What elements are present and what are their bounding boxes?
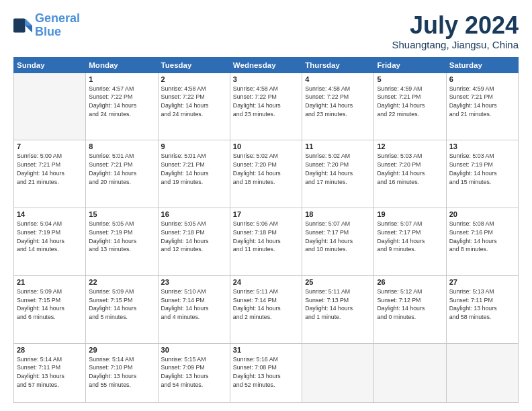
calendar-cell: 17Sunrise: 5:06 AM Sunset: 7:18 PM Dayli… bbox=[230, 208, 302, 276]
week-row-4: 21Sunrise: 5:09 AM Sunset: 7:15 PM Dayli… bbox=[14, 275, 519, 343]
calendar-cell: 25Sunrise: 5:11 AM Sunset: 7:13 PM Dayli… bbox=[302, 275, 374, 343]
calendar-cell: 31Sunrise: 5:16 AM Sunset: 7:08 PM Dayli… bbox=[230, 343, 302, 402]
calendar-cell: 13Sunrise: 5:03 AM Sunset: 7:19 PM Dayli… bbox=[446, 140, 518, 208]
svg-rect-2 bbox=[13, 18, 26, 32]
day-info: Sunrise: 5:05 AM Sunset: 7:19 PM Dayligh… bbox=[89, 220, 154, 254]
calendar-cell: 27Sunrise: 5:13 AM Sunset: 7:11 PM Dayli… bbox=[446, 275, 518, 343]
calendar-cell: 28Sunrise: 5:14 AM Sunset: 7:11 PM Dayli… bbox=[14, 343, 86, 402]
day-number: 23 bbox=[161, 278, 227, 286]
day-info: Sunrise: 5:08 AM Sunset: 7:16 PM Dayligh… bbox=[449, 220, 515, 254]
day-number: 21 bbox=[17, 278, 83, 286]
calendar-cell: 6Sunrise: 4:59 AM Sunset: 7:21 PM Daylig… bbox=[446, 73, 518, 140]
day-info: Sunrise: 5:10 AM Sunset: 7:14 PM Dayligh… bbox=[161, 287, 227, 322]
day-info: Sunrise: 4:59 AM Sunset: 7:21 PM Dayligh… bbox=[449, 85, 515, 119]
calendar-cell: 1Sunrise: 4:57 AM Sunset: 7:22 PM Daylig… bbox=[86, 73, 158, 140]
day-info: Sunrise: 5:16 AM Sunset: 7:08 PM Dayligh… bbox=[233, 355, 299, 390]
day-info: Sunrise: 5:11 AM Sunset: 7:13 PM Dayligh… bbox=[305, 287, 371, 322]
day-number: 15 bbox=[89, 210, 154, 218]
calendar-cell: 2Sunrise: 4:58 AM Sunset: 7:22 PM Daylig… bbox=[158, 73, 230, 140]
day-number: 29 bbox=[89, 346, 154, 354]
day-info: Sunrise: 5:15 AM Sunset: 7:09 PM Dayligh… bbox=[161, 355, 227, 390]
day-info: Sunrise: 5:07 AM Sunset: 7:17 PM Dayligh… bbox=[305, 220, 371, 254]
week-row-2: 7Sunrise: 5:00 AM Sunset: 7:21 PM Daylig… bbox=[14, 140, 519, 208]
day-number: 10 bbox=[233, 142, 299, 150]
day-number: 6 bbox=[449, 75, 515, 83]
day-number: 25 bbox=[305, 278, 371, 286]
day-info: Sunrise: 5:14 AM Sunset: 7:10 PM Dayligh… bbox=[89, 355, 154, 390]
day-number: 1 bbox=[89, 75, 154, 83]
day-info: Sunrise: 5:06 AM Sunset: 7:18 PM Dayligh… bbox=[233, 220, 299, 254]
calendar-cell bbox=[446, 343, 518, 402]
month-title: July 2024 bbox=[392, 12, 519, 39]
calendar-cell: 7Sunrise: 5:00 AM Sunset: 7:21 PM Daylig… bbox=[14, 140, 86, 208]
weekday-sunday: Sunday bbox=[14, 57, 86, 73]
calendar-cell bbox=[14, 73, 86, 140]
calendar-cell: 4Sunrise: 4:58 AM Sunset: 7:22 PM Daylig… bbox=[302, 73, 374, 140]
day-info: Sunrise: 5:11 AM Sunset: 7:14 PM Dayligh… bbox=[233, 287, 299, 322]
calendar-table: SundayMondayTuesdayWednesdayThursdayFrid… bbox=[13, 57, 519, 403]
weekday-friday: Friday bbox=[374, 57, 446, 73]
location: Shuangtang, Jiangsu, China bbox=[392, 39, 519, 50]
day-info: Sunrise: 4:58 AM Sunset: 7:22 PM Dayligh… bbox=[305, 85, 371, 119]
day-number: 11 bbox=[305, 142, 371, 150]
day-number: 8 bbox=[89, 142, 154, 150]
day-number: 28 bbox=[17, 346, 83, 354]
day-info: Sunrise: 5:01 AM Sunset: 7:21 PM Dayligh… bbox=[89, 152, 154, 186]
calendar-cell bbox=[302, 343, 374, 402]
week-row-5: 28Sunrise: 5:14 AM Sunset: 7:11 PM Dayli… bbox=[14, 343, 519, 402]
calendar-cell bbox=[374, 343, 446, 402]
day-number: 18 bbox=[305, 210, 371, 218]
day-number: 7 bbox=[17, 142, 83, 150]
calendar-cell: 8Sunrise: 5:01 AM Sunset: 7:21 PM Daylig… bbox=[86, 140, 158, 208]
day-info: Sunrise: 5:01 AM Sunset: 7:21 PM Dayligh… bbox=[161, 152, 227, 186]
week-row-1: 1Sunrise: 4:57 AM Sunset: 7:22 PM Daylig… bbox=[14, 73, 519, 140]
logo-icon bbox=[13, 16, 32, 35]
calendar-cell: 22Sunrise: 5:09 AM Sunset: 7:15 PM Dayli… bbox=[86, 275, 158, 343]
svg-marker-1 bbox=[26, 26, 33, 33]
title-block: July 2024 Shuangtang, Jiangsu, China bbox=[392, 12, 519, 50]
calendar-cell: 26Sunrise: 5:12 AM Sunset: 7:12 PM Dayli… bbox=[374, 275, 446, 343]
day-info: Sunrise: 4:59 AM Sunset: 7:21 PM Dayligh… bbox=[377, 85, 443, 119]
weekday-wednesday: Wednesday bbox=[230, 57, 302, 73]
day-number: 26 bbox=[377, 278, 443, 286]
header: General Blue July 2024 Shuangtang, Jiang… bbox=[13, 12, 519, 50]
calendar-cell: 12Sunrise: 5:03 AM Sunset: 7:20 PM Dayli… bbox=[374, 140, 446, 208]
day-number: 20 bbox=[449, 210, 515, 218]
day-number: 17 bbox=[233, 210, 299, 218]
day-number: 5 bbox=[377, 75, 443, 83]
calendar-cell: 29Sunrise: 5:14 AM Sunset: 7:10 PM Dayli… bbox=[86, 343, 158, 402]
weekday-header-row: SundayMondayTuesdayWednesdayThursdayFrid… bbox=[14, 57, 519, 73]
day-number: 30 bbox=[161, 346, 227, 354]
day-info: Sunrise: 4:57 AM Sunset: 7:22 PM Dayligh… bbox=[89, 85, 154, 119]
calendar-cell: 14Sunrise: 5:04 AM Sunset: 7:19 PM Dayli… bbox=[14, 208, 86, 276]
weekday-tuesday: Tuesday bbox=[158, 57, 230, 73]
logo: General Blue bbox=[13, 12, 80, 39]
week-row-3: 14Sunrise: 5:04 AM Sunset: 7:19 PM Dayli… bbox=[14, 208, 519, 276]
calendar-cell: 3Sunrise: 4:58 AM Sunset: 7:22 PM Daylig… bbox=[230, 73, 302, 140]
calendar-cell: 9Sunrise: 5:01 AM Sunset: 7:21 PM Daylig… bbox=[158, 140, 230, 208]
calendar-cell: 20Sunrise: 5:08 AM Sunset: 7:16 PM Dayli… bbox=[446, 208, 518, 276]
day-info: Sunrise: 5:09 AM Sunset: 7:15 PM Dayligh… bbox=[17, 287, 83, 322]
day-info: Sunrise: 5:03 AM Sunset: 7:19 PM Dayligh… bbox=[449, 152, 515, 186]
calendar-cell: 24Sunrise: 5:11 AM Sunset: 7:14 PM Dayli… bbox=[230, 275, 302, 343]
weekday-thursday: Thursday bbox=[302, 57, 374, 73]
calendar-cell: 11Sunrise: 5:02 AM Sunset: 7:20 PM Dayli… bbox=[302, 140, 374, 208]
logo-text: General Blue bbox=[35, 12, 80, 39]
day-number: 9 bbox=[161, 142, 227, 150]
day-number: 16 bbox=[161, 210, 227, 218]
day-info: Sunrise: 5:14 AM Sunset: 7:11 PM Dayligh… bbox=[17, 355, 83, 390]
day-info: Sunrise: 5:07 AM Sunset: 7:17 PM Dayligh… bbox=[377, 220, 443, 254]
day-info: Sunrise: 5:03 AM Sunset: 7:20 PM Dayligh… bbox=[377, 152, 443, 186]
logo-blue: Blue bbox=[35, 25, 61, 38]
page: General Blue July 2024 Shuangtang, Jiang… bbox=[0, 0, 532, 411]
day-info: Sunrise: 5:12 AM Sunset: 7:12 PM Dayligh… bbox=[377, 287, 443, 322]
svg-marker-0 bbox=[26, 18, 33, 26]
calendar-cell: 18Sunrise: 5:07 AM Sunset: 7:17 PM Dayli… bbox=[302, 208, 374, 276]
day-number: 22 bbox=[89, 278, 154, 286]
day-info: Sunrise: 4:58 AM Sunset: 7:22 PM Dayligh… bbox=[161, 85, 227, 119]
day-number: 27 bbox=[449, 278, 515, 286]
calendar-cell: 21Sunrise: 5:09 AM Sunset: 7:15 PM Dayli… bbox=[14, 275, 86, 343]
day-number: 4 bbox=[305, 75, 371, 83]
calendar-cell: 30Sunrise: 5:15 AM Sunset: 7:09 PM Dayli… bbox=[158, 343, 230, 402]
calendar-cell: 10Sunrise: 5:02 AM Sunset: 7:20 PM Dayli… bbox=[230, 140, 302, 208]
